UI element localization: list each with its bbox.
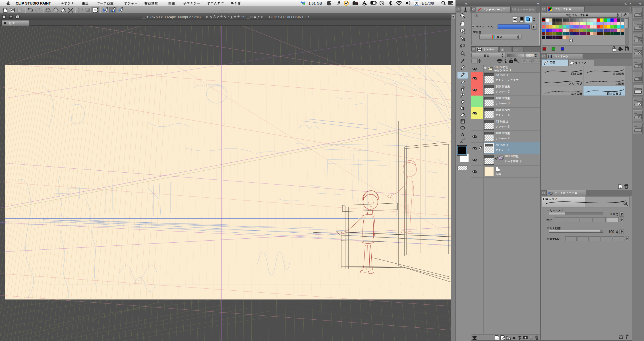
- svg-text:A: A: [461, 132, 465, 137]
